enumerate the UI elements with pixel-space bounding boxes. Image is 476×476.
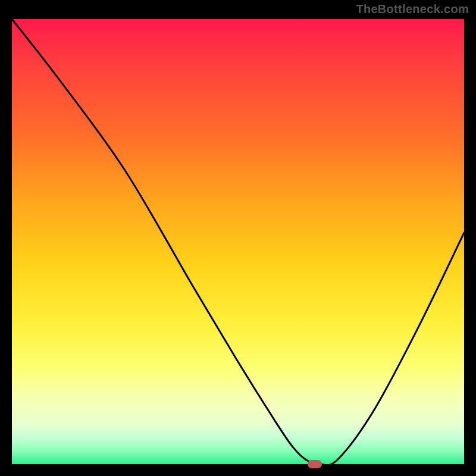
optimal-marker: [308, 460, 322, 468]
chart-frame: TheBottleneck.com: [0, 0, 476, 476]
curve-svg: [12, 19, 464, 464]
plot-area: [12, 19, 464, 464]
bottleneck-curve: [12, 19, 464, 464]
watermark-label: TheBottleneck.com: [356, 2, 469, 16]
